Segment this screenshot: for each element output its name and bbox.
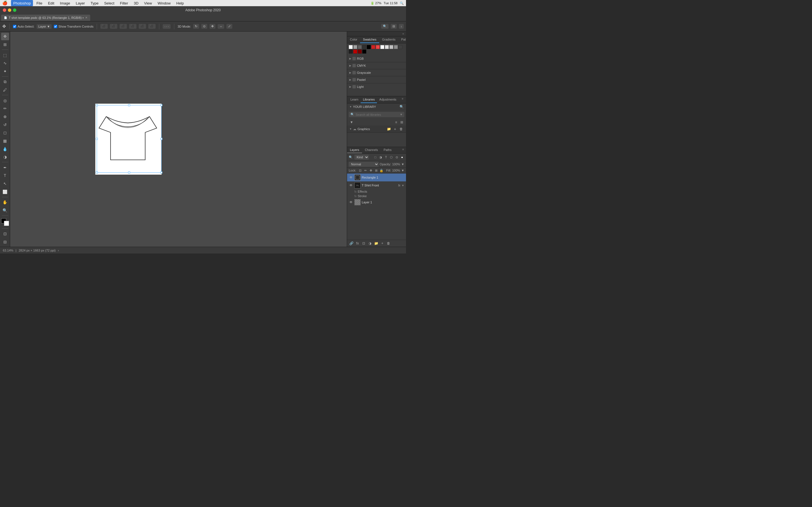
menu-layer[interactable]: Layer <box>73 0 87 6</box>
minimize-button[interactable] <box>8 8 11 12</box>
lock-image[interactable]: ✏ <box>363 168 368 173</box>
auto-select-label[interactable]: Auto-Select: <box>13 25 35 28</box>
blend-mode-dropdown[interactable]: Normal <box>349 162 378 167</box>
tab-gradients[interactable]: Gradients <box>379 36 398 43</box>
swatch-black2[interactable] <box>362 50 366 54</box>
adjustment-btn[interactable]: ◑ <box>367 241 372 246</box>
marquee-tool[interactable]: ⬚ <box>1 51 9 59</box>
swatch-mdgray[interactable] <box>394 45 398 49</box>
layer-vis-rect1[interactable]: 👁 <box>349 175 353 180</box>
swatch-gray2[interactable] <box>358 45 362 49</box>
layer-tshirt-front[interactable]: 👁 Ps T Shirt Front fx ▼ <box>347 181 406 189</box>
zoom-tool[interactable]: 🔍 <box>1 207 9 214</box>
panel-options-btn[interactable]: ≡ <box>402 32 405 36</box>
tab-libraries[interactable]: Libraries <box>361 96 377 103</box>
document-tab[interactable]: 📄 T shirt template.psdc @ 63.1% (Rectang… <box>1 15 90 21</box>
3d-orbit[interactable]: ⊙ <box>201 24 207 29</box>
add-library-btn[interactable]: + <box>393 126 398 131</box>
lock-position[interactable]: ✥ <box>368 168 373 173</box>
grid-view-btn[interactable]: ⊞ <box>399 120 404 125</box>
eyedropper-tool[interactable]: 🖊 <box>1 86 9 94</box>
filter-adjust[interactable]: ◑ <box>378 155 383 159</box>
fx-btn[interactable]: fx <box>355 241 360 246</box>
swatch-red1[interactable] <box>371 45 375 49</box>
tab-learn[interactable]: Learn <box>348 96 361 103</box>
swatch-ltgray1[interactable] <box>385 45 389 49</box>
3d-slide[interactable]: ↔ <box>218 24 224 29</box>
group-btn[interactable]: 📁 <box>373 241 378 246</box>
filter-type[interactable]: T <box>384 155 388 159</box>
path-select-tool[interactable]: ↖ <box>1 180 9 187</box>
more-options[interactable]: · · · <box>163 24 170 29</box>
layer-vis-layer1[interactable]: 👁 <box>349 200 353 205</box>
menu-3d[interactable]: 3D <box>132 0 141 6</box>
layer-vis-tshirt[interactable]: 👁 <box>349 183 353 187</box>
align-left[interactable]: ⬛ <box>129 24 137 29</box>
swatch-group-cmyk-header[interactable]: ▶ CMYK <box>349 63 404 68</box>
lasso-tool[interactable]: ∿ <box>1 59 9 67</box>
clone-tool[interactable]: ⊕ <box>1 113 9 121</box>
swatch-vdkgray[interactable] <box>349 50 353 54</box>
align-right[interactable]: ⬛ <box>148 24 156 29</box>
align-top[interactable]: ⬛ <box>100 24 108 29</box>
lock-artboard[interactable]: ⊞ <box>374 168 378 173</box>
apple-menu[interactable]: 🍎 <box>2 1 8 6</box>
menu-photoshop[interactable]: Photoshop <box>11 0 33 6</box>
tab-close[interactable]: ✕ <box>85 16 87 19</box>
swatch-ltgray2[interactable] <box>389 45 393 49</box>
brush-tool[interactable]: ✏ <box>1 105 9 112</box>
show-transform-checkbox[interactable] <box>54 25 57 28</box>
kind-dropdown[interactable]: Kind <box>354 155 369 160</box>
align-center[interactable]: ⬛ <box>139 24 146 29</box>
magic-wand-tool[interactable]: ✦ <box>1 68 9 75</box>
menu-window[interactable]: Window <box>155 0 173 6</box>
swatch-group-light-header[interactable]: ▶ Light <box>349 84 404 89</box>
maximize-button[interactable] <box>13 8 16 12</box>
swatch-group-grayscale-header[interactable]: ▶ Grayscale <box>349 70 404 75</box>
move-tool[interactable]: ✥ <box>1 33 9 40</box>
library-search-icon[interactable]: 🔍 <box>400 105 404 109</box>
menu-view[interactable]: View <box>142 0 154 6</box>
swatch-group-pastel-header[interactable]: ▶ Pastel <box>349 77 404 82</box>
arrange-btn[interactable]: ⊟ <box>391 24 397 29</box>
layer-rectangle-1[interactable]: 👁 Rectangle 1 <box>347 173 406 181</box>
tab-patterns[interactable]: Patterns <box>398 36 406 43</box>
search-filter-icon[interactable]: ▼ <box>400 113 403 116</box>
layer-expand-arrow[interactable]: ▼ <box>402 184 404 187</box>
filter-pixel[interactable]: □ <box>373 155 377 159</box>
menu-type[interactable]: Type <box>88 0 101 6</box>
mask-btn[interactable]: ⊡ <box>361 241 366 246</box>
eraser-tool[interactable]: ◻ <box>1 129 9 136</box>
3d-rotate[interactable]: ↻ <box>193 24 199 29</box>
library-search-bar[interactable]: 🔍 ▼ <box>349 112 404 117</box>
new-layer-btn[interactable]: + <box>380 241 385 246</box>
lock-all[interactable]: 🔒 <box>379 168 384 173</box>
layers-menu-btn[interactable]: ≡ <box>400 147 406 152</box>
mask-mode[interactable]: ⊡ <box>1 230 9 238</box>
3d-pan[interactable]: ✥ <box>209 24 215 29</box>
your-library-header[interactable]: ▼ YOUR LIBRARY 🔍 <box>347 103 406 110</box>
tab-paths[interactable]: Paths <box>381 147 395 153</box>
swatch-gray3[interactable] <box>362 45 366 49</box>
artboard-tool[interactable]: ⊞ <box>1 41 9 48</box>
tab-channels[interactable]: Channels <box>362 147 380 153</box>
menu-edit[interactable]: Edit <box>46 0 56 6</box>
layer-dropdown[interactable]: Layer ▼ <box>37 24 52 29</box>
delete-layer-btn[interactable]: 🗑 <box>386 241 391 246</box>
status-arrow[interactable]: › <box>58 249 59 252</box>
lib-menu-btn[interactable]: ≡ <box>400 96 405 101</box>
lock-transparent[interactable]: ⊡ <box>358 168 362 173</box>
auto-select-checkbox[interactable] <box>13 25 16 28</box>
pen-tool[interactable]: ✒ <box>1 164 9 171</box>
new-folder-btn[interactable]: 📁 <box>386 126 391 131</box>
link-layers-btn[interactable]: 🔗 <box>349 241 354 246</box>
swatch-gray1[interactable] <box>353 45 357 49</box>
search-btn[interactable]: 🔍 <box>381 24 389 29</box>
tab-color[interactable]: Color <box>347 36 360 43</box>
graphics-header[interactable]: ▼ ☁ Graphics 📁 + 🗑 <box>347 126 406 133</box>
swatch-vdkred[interactable] <box>358 50 362 54</box>
menu-filter[interactable]: Filter <box>118 0 131 6</box>
layer-1[interactable]: 👁 Layer 1 <box>347 198 406 206</box>
menu-help[interactable]: Help <box>174 0 186 6</box>
share-btn[interactable]: ↑ <box>399 24 404 29</box>
